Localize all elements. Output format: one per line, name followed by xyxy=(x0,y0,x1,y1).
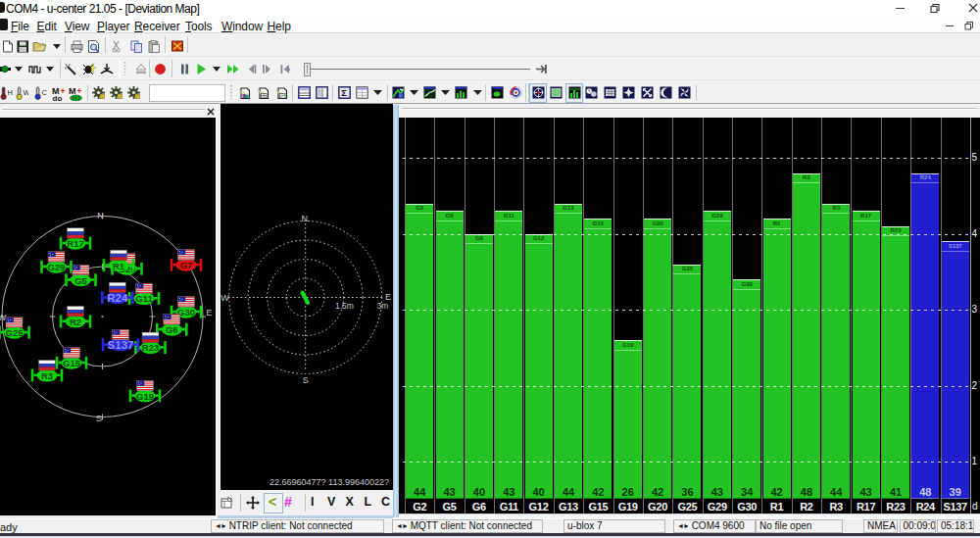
svg-text:3m: 3m xyxy=(377,301,389,311)
svg-text:R23: R23 xyxy=(142,342,159,353)
svg-text:G29: G29 xyxy=(48,262,66,272)
svg-text:G25: G25 xyxy=(6,327,24,338)
svg-text:R2: R2 xyxy=(70,317,81,327)
svg-text:G5: G5 xyxy=(74,275,87,286)
svg-text:G7: G7 xyxy=(180,260,193,270)
svg-text:22.66960477? 113.99640022?: 22.66960477? 113.99640022? xyxy=(270,477,389,487)
svg-text:G11: G11 xyxy=(135,293,153,304)
svg-text:do: do xyxy=(53,94,63,101)
svg-text:S: S xyxy=(96,413,102,423)
svg-text:S137: S137 xyxy=(108,339,134,351)
svg-text:G19: G19 xyxy=(136,391,154,402)
svg-text:N: N xyxy=(97,210,104,220)
svg-text:H: H xyxy=(8,88,13,97)
svg-text:E: E xyxy=(206,307,212,318)
svg-text:W: W xyxy=(24,88,29,97)
svg-text:C: C xyxy=(41,88,47,97)
svg-text:Σ: Σ xyxy=(341,87,347,98)
svg-text:R1: R1 xyxy=(113,261,125,271)
svg-text:S: S xyxy=(303,375,309,385)
svg-text:M: M xyxy=(69,86,76,96)
svg-text:G15: G15 xyxy=(63,358,81,368)
svg-text:G6: G6 xyxy=(166,324,178,335)
svg-text:W: W xyxy=(0,312,7,322)
svg-text:+: + xyxy=(77,86,82,96)
svg-text:R24: R24 xyxy=(107,292,128,304)
svg-text:R17: R17 xyxy=(67,238,83,249)
svg-text:N: N xyxy=(301,214,308,223)
svg-text:1.5m: 1.5m xyxy=(335,301,354,311)
svg-text:W: W xyxy=(220,293,229,303)
svg-text:R3: R3 xyxy=(41,370,53,381)
